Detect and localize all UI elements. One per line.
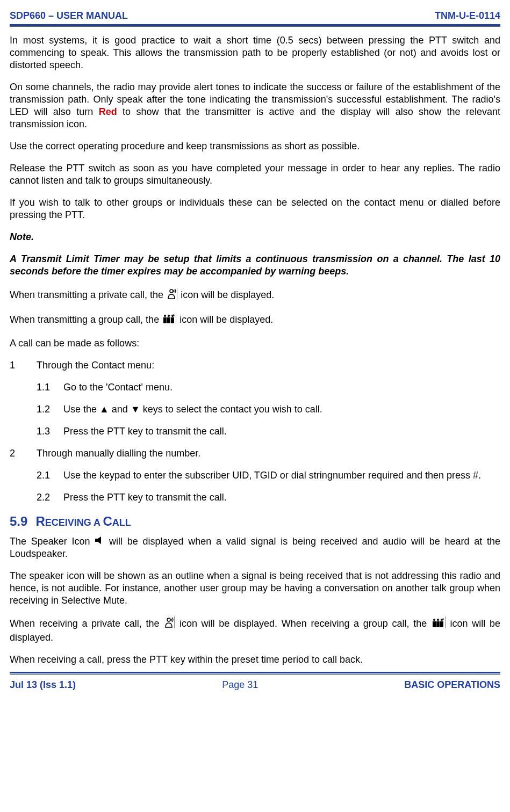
speaker-icon — [95, 535, 104, 548]
svg-rect-7 — [171, 317, 174, 323]
svg-point-10 — [167, 618, 170, 621]
svg-point-0 — [170, 289, 173, 293]
list-item: 2.2Press the PTT key to transmit the cal… — [10, 491, 500, 504]
item-text: Go to the 'Contact' menu. — [63, 381, 500, 394]
group-radio-icon — [162, 313, 177, 328]
text-run: icon will be displayed. — [177, 314, 273, 324]
page-header: SDP660 – USER MANUAL TNM-U-E-0114 — [10, 10, 500, 22]
item-number: 1.2 — [37, 403, 63, 416]
body-text: In most systems, it is good practice to … — [10, 34, 500, 666]
text-run: When transmitting a group call, the — [10, 314, 162, 324]
text-run: icon will be displayed. When receiving a… — [175, 618, 431, 629]
item-number: 2.1 — [37, 469, 63, 482]
svg-rect-13 — [433, 621, 436, 627]
list-item: 2Through manually dialling the number. — [10, 447, 500, 460]
section-heading-5-9: 5.9 RECEIVING A CALL — [10, 513, 500, 530]
item-text: Through manually dialling the number. — [37, 447, 200, 460]
svg-point-4 — [168, 315, 170, 317]
svg-point-14 — [437, 619, 439, 621]
svg-marker-9 — [95, 536, 101, 544]
item-number: 1 — [10, 359, 37, 372]
person-radio-icon — [163, 617, 175, 632]
item-text: Press the PTT key to transmit the call. — [63, 425, 500, 438]
heading-initial: C — [103, 514, 112, 528]
footer-right: BASIC OPERATIONS — [404, 679, 500, 691]
list-item: 1Through the Contact menu: — [10, 359, 500, 372]
footer-rule — [10, 672, 500, 675]
list-item: 1.1Go to the 'Contact' menu. — [10, 381, 500, 394]
paragraph: When receiving a private call, the icon … — [10, 617, 500, 644]
item-text: Through the Contact menu: — [37, 359, 154, 372]
person-radio-icon — [166, 288, 178, 303]
item-text: Press the PTT key to transmit the call. — [63, 491, 500, 504]
header-left: SDP660 – USER MANUAL — [10, 10, 128, 22]
item-number: 1.1 — [37, 381, 63, 394]
paragraph: A call can be made as follows: — [10, 337, 500, 350]
item-number: 2.2 — [37, 491, 63, 504]
svg-rect-15 — [436, 621, 440, 627]
note-body: A Transmit Limit Timer may be setup that… — [10, 253, 500, 278]
paragraph: The speaker icon will be shown as an out… — [10, 570, 500, 607]
item-text: Use the keypad to enter the subscriber U… — [63, 469, 500, 482]
svg-point-12 — [433, 619, 435, 621]
paragraph: When transmitting a private call, the ic… — [10, 288, 500, 303]
paragraph: The Speaker Icon will be displayed when … — [10, 535, 500, 561]
svg-rect-3 — [163, 317, 167, 323]
paragraph: When transmitting a group call, the icon… — [10, 313, 500, 328]
section-number: 5.9 — [10, 514, 27, 528]
page-footer: Jul 13 (Iss 1.1) Page 31 BASIC OPERATION… — [10, 679, 500, 691]
item-number: 2 — [10, 447, 37, 460]
heading-rest: ALL — [112, 517, 131, 528]
text-run: icon will be displayed. — [178, 289, 274, 300]
paragraph: Release the PTT switch as soon as you ha… — [10, 162, 500, 187]
text-run: The Speaker Icon — [10, 536, 95, 547]
note-lead: Note. — [10, 231, 500, 243]
footer-left: Jul 13 (Iss 1.1) — [10, 679, 76, 691]
svg-rect-5 — [167, 317, 170, 323]
list-item: 2.1Use the keypad to enter the subscribe… — [10, 469, 500, 482]
paragraph: When receiving a call, press the PTT key… — [10, 654, 500, 666]
header-right: TNM-U-E-0114 — [435, 10, 500, 22]
svg-rect-17 — [440, 621, 443, 627]
item-text: Use the ▲ and ▼ keys to select the conta… — [63, 403, 500, 416]
header-rule — [10, 24, 500, 27]
item-number: 1.3 — [37, 425, 63, 438]
list-item: 1.3Press the PTT key to transmit the cal… — [10, 425, 500, 438]
text-run: When transmitting a private call, the — [10, 289, 166, 300]
heading-rest: ECEIVING A — [45, 517, 103, 528]
svg-point-6 — [171, 315, 174, 317]
list-item: 1.2Use the ▲ and ▼ keys to select the co… — [10, 403, 500, 416]
heading-initial: R — [35, 514, 45, 528]
paragraph: On some channels, the radio may provide … — [10, 81, 500, 130]
group-radio-icon — [431, 617, 446, 632]
paragraph: Use the correct operating procedure and … — [10, 140, 500, 153]
paragraph: If you wish to talk to other groups or i… — [10, 197, 500, 221]
svg-point-2 — [164, 315, 166, 317]
paragraph: In most systems, it is good practice to … — [10, 34, 500, 71]
text-run: When receiving a private call, the — [10, 618, 163, 629]
red-text: Red — [99, 106, 117, 117]
svg-point-16 — [441, 619, 443, 621]
footer-center: Page 31 — [76, 679, 404, 691]
